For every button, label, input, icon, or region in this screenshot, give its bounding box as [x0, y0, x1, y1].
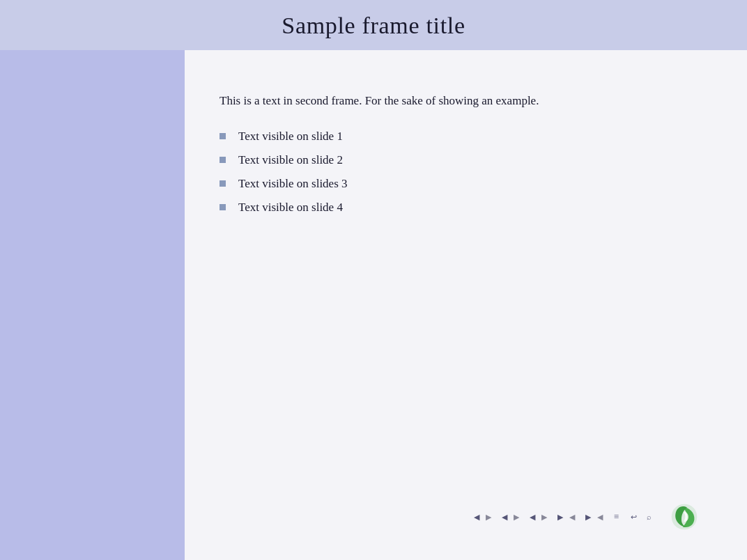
content-panel: This is a text in second frame. For the …	[185, 50, 747, 560]
bullet-list: Text visible on slide 1 Text visible on …	[220, 130, 712, 224]
title-bar: Sample frame title	[0, 0, 747, 50]
list-item-text: Text visible on slides 3	[238, 177, 348, 191]
bottom-bar: ◀ ▶ ◀ ▶ ◀ ▶ ▶ ◀ ▶ ◀ ≡ ↩ ⌕	[220, 495, 712, 539]
undo-icon[interactable]: ↩	[629, 511, 639, 523]
nav-sep1: ▶	[486, 513, 491, 522]
bullet-icon	[220, 133, 226, 139]
search-icon[interactable]: ⌕	[645, 511, 654, 522]
left-sidebar	[0, 50, 185, 560]
bullet-icon	[220, 180, 226, 187]
list-item: Text visible on slide 4	[220, 201, 712, 215]
settings-icon[interactable]: ≡	[614, 511, 619, 522]
list-item-text: Text visible on slide 4	[238, 201, 343, 215]
nav-prev-section-button[interactable]: ◀	[500, 511, 509, 523]
bullet-icon	[220, 204, 226, 210]
nav-controls: ◀ ▶ ◀ ▶ ◀ ▶ ▶ ◀ ▶ ◀ ≡ ↩ ⌕	[472, 511, 654, 523]
nav-prev-button[interactable]: ◀	[527, 511, 537, 523]
list-item: Text visible on slide 1	[220, 130, 712, 143]
nav-first-button[interactable]: ◀	[472, 511, 482, 523]
nav-sep5: ◀	[597, 513, 603, 522]
nav-sep3: ▶	[541, 513, 547, 522]
nav-sep2: ▶	[514, 513, 519, 522]
bullet-icon	[220, 157, 226, 163]
list-item-text: Text visible on slide 1	[238, 130, 343, 143]
overleaf-logo	[668, 500, 701, 534]
nav-sep4: ◀	[569, 513, 575, 522]
nav-next-button[interactable]: ▶	[555, 511, 565, 523]
list-item: Text visible on slides 3	[220, 177, 712, 191]
nav-next-section-button[interactable]: ▶	[583, 511, 593, 523]
list-item-text: Text visible on slide 2	[238, 153, 343, 167]
slide-title: Sample frame title	[0, 13, 747, 39]
list-item: Text visible on slide 2	[220, 153, 712, 167]
intro-text: This is a text in second frame. For the …	[220, 92, 693, 110]
